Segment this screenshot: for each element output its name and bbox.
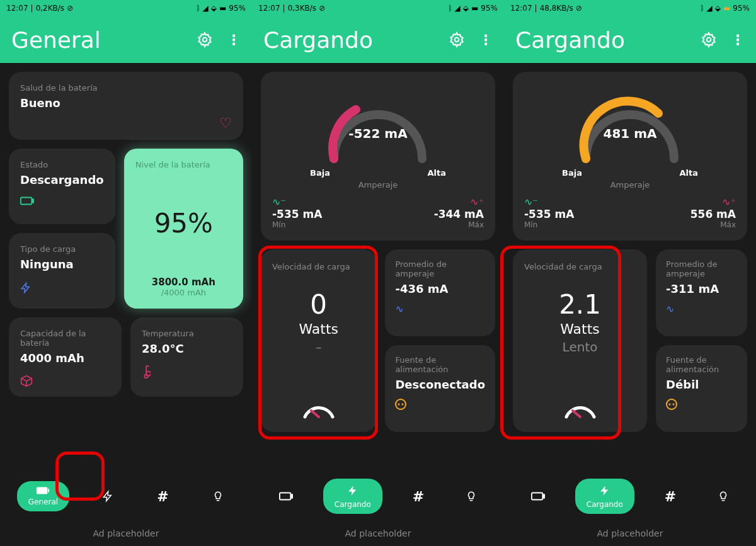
svg-point-3: [144, 375, 148, 378]
more-icon[interactable]: ⋮: [731, 32, 745, 48]
nav-tips[interactable]: [201, 484, 235, 508]
svg-rect-4: [37, 487, 47, 494]
charge-speed-card[interactable]: Velocidad de carga 0 Watts –: [261, 249, 376, 432]
bolt-icon: [20, 281, 104, 295]
power-source-card[interactable]: Fuente de alimentación Desconectado: [385, 345, 495, 432]
svg-rect-12: [291, 494, 292, 498]
pulse-min-icon: ∿⁻: [524, 196, 574, 208]
state-card[interactable]: Estado Descargando: [9, 149, 115, 224]
gauge-name: Amperaje: [272, 180, 484, 190]
pulse-min-icon: ∿⁻: [272, 196, 322, 208]
state-label: Estado: [20, 160, 104, 169]
source-value: Débil: [666, 378, 737, 391]
capacity-value: 4000 mAh: [20, 351, 110, 365]
app-header: Cargando ⋮: [504, 16, 756, 63]
svg-point-16: [669, 404, 671, 406]
status-time: 12:07: [6, 4, 28, 13]
avg-amperage-card[interactable]: Promedio de amperaje -311 mA ∿: [656, 249, 747, 336]
settings-icon[interactable]: [197, 31, 213, 48]
gauge-value: -522 mA: [348, 126, 407, 141]
bottom-nav: Cargando #: [252, 472, 504, 521]
speedometer-icon: [524, 395, 636, 419]
bottom-nav: Cargando #: [504, 472, 756, 521]
svg-rect-18: [532, 493, 542, 500]
battery-level-card[interactable]: Nivel de la batería 95% 3800.0 mAh /4000…: [124, 149, 243, 309]
dnd-icon: ⊘: [67, 4, 73, 13]
amperage-gauge-card[interactable]: 481 mA Baja Alta Amperaje ∿⁻ -535 mA Mín…: [513, 72, 747, 241]
status-bar: 12:07|48,8KB/s⊘ ᛒ◢⬙▬95%: [504, 0, 756, 16]
nav-tips[interactable]: [706, 484, 740, 508]
svg-rect-1: [21, 198, 32, 205]
min-label: Mín: [272, 220, 322, 229]
pulse-icon: ∿: [395, 303, 485, 315]
pulse-icon: ∿: [666, 303, 737, 315]
nav-charging-label: Cargando: [587, 500, 623, 509]
capacity-card[interactable]: Capacidad de la batería 4000 mAh: [9, 317, 122, 397]
screen-charging-1: 12:07|0,3KB/s⊘ ᛒ◢⬙▬95% Cargando ⋮ -522 m…: [252, 0, 504, 546]
svg-line-14: [573, 411, 580, 417]
amperage-gauge-card[interactable]: -522 mA Baja Alta Amperaje ∿⁻ -535 mA Mí…: [261, 72, 495, 241]
svg-rect-2: [32, 199, 33, 203]
nav-tips[interactable]: [454, 484, 488, 508]
max-value: 556 mA: [690, 208, 736, 220]
speed-rating: Lento: [524, 339, 636, 355]
nav-charging[interactable]: Cargando: [575, 479, 634, 514]
plug-icon: [395, 399, 485, 410]
ad-placeholder[interactable]: Ad placeholder: [504, 521, 756, 546]
heart-icon: ♡: [219, 115, 232, 131]
settings-icon[interactable]: [449, 31, 465, 48]
level-mah: 3800.0 mAh: [152, 276, 215, 288]
source-label: Fuente de alimentación: [395, 355, 485, 374]
plug-icon: [666, 399, 737, 410]
avg-amperage-card[interactable]: Promedio de amperaje -436 mA ∿: [385, 249, 495, 336]
svg-point-8: [396, 399, 406, 409]
page-title: Cargando: [515, 27, 625, 53]
level-total: /4000 mAh: [152, 288, 215, 297]
svg-point-10: [402, 404, 404, 406]
nav-charging[interactable]: Cargando: [323, 479, 382, 514]
state-value: Descargando: [20, 173, 104, 186]
ad-placeholder[interactable]: Ad placeholder: [252, 521, 504, 546]
speed-label: Velocidad de carga: [524, 262, 636, 271]
temp-card[interactable]: Temperatura 28.0°C: [130, 317, 243, 397]
svg-point-9: [398, 404, 400, 406]
speed-label: Velocidad de carga: [272, 262, 365, 271]
max-value: -344 mA: [434, 208, 484, 220]
page-title: Cargando: [263, 27, 373, 53]
source-value: Desconectado: [395, 378, 485, 391]
charge-type-card[interactable]: Tipo de carga Ninguna: [9, 233, 115, 309]
app-header: Cargando ⋮: [252, 16, 504, 63]
charge-speed-card[interactable]: Velocidad de carga 2.1 Watts Lento: [513, 249, 647, 432]
nav-charging-label: Cargando: [335, 500, 371, 509]
ad-placeholder[interactable]: Ad placeholder: [0, 521, 252, 546]
level-label: Nivel de la batería: [135, 160, 210, 169]
speed-value: 2.1: [524, 289, 636, 320]
settings-icon[interactable]: [701, 31, 717, 48]
cube-icon: [20, 375, 110, 387]
nav-general[interactable]: [268, 487, 304, 506]
nav-stats[interactable]: #: [146, 484, 180, 509]
battery-empty-icon: [20, 196, 104, 205]
nav-stats[interactable]: #: [401, 484, 435, 509]
pulse-max-icon: ∿⁺: [434, 196, 484, 208]
temp-value: 28.0°C: [142, 342, 232, 355]
svg-rect-5: [49, 489, 50, 492]
power-source-card[interactable]: Fuente de alimentación Débil: [656, 345, 747, 432]
level-pct: 95%: [154, 208, 213, 239]
min-value: -535 mA: [524, 208, 574, 220]
health-value: Bueno: [20, 96, 232, 110]
speed-value: 0: [272, 289, 365, 320]
nav-general[interactable]: General: [17, 481, 69, 511]
source-label: Fuente de alimentación: [666, 355, 737, 374]
gauge-value: 481 mA: [603, 126, 656, 141]
min-value: -535 mA: [272, 208, 322, 220]
nav-stats[interactable]: #: [653, 484, 687, 509]
svg-point-13: [707, 38, 711, 42]
svg-rect-11: [280, 493, 290, 500]
nav-general[interactable]: [520, 487, 556, 506]
more-icon[interactable]: ⋮: [479, 32, 493, 48]
battery-health-card[interactable]: Salud de la batería Bueno ♡: [9, 72, 243, 140]
nav-charging[interactable]: [91, 484, 125, 508]
more-icon[interactable]: ⋮: [227, 32, 241, 48]
capacity-label: Capacidad de la batería: [20, 329, 110, 348]
